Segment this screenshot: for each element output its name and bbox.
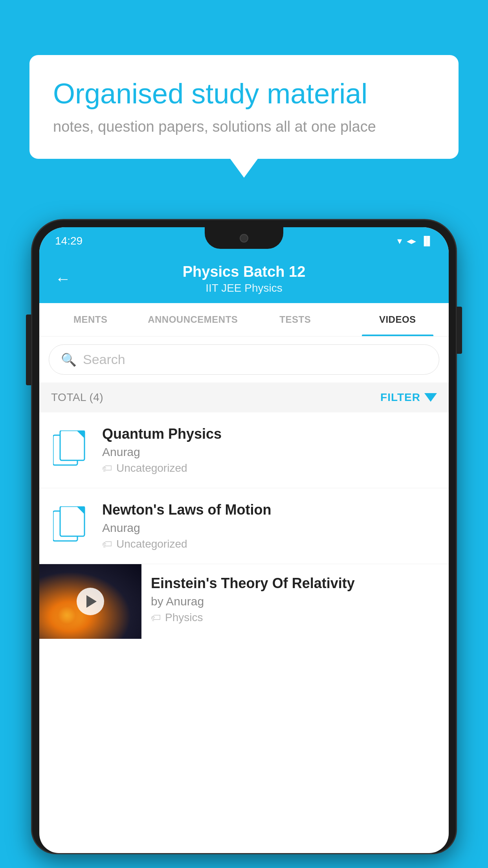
camera-dot (240, 234, 248, 243)
speech-bubble: Organised study material notes, question… (29, 55, 459, 159)
filter-icon (424, 393, 437, 402)
item-icon-container (51, 430, 90, 470)
phone-container: 14:29 ▾ ◂▸ ▐▌ ← Physics Batch 12 IIT JEE… (32, 220, 456, 868)
item-title: Quantum Physics (102, 426, 437, 442)
play-icon (86, 595, 97, 608)
item-author: Anurag (102, 445, 437, 459)
tab-ments[interactable]: MENTS (39, 303, 142, 336)
header-title: Physics Batch 12 (79, 263, 409, 280)
item-tag: 🏷 Uncategorized (102, 462, 437, 474)
video-thumbnail (39, 564, 141, 639)
back-button[interactable]: ← (55, 270, 71, 288)
phone-outer: 14:29 ▾ ◂▸ ▐▌ ← Physics Batch 12 IIT JEE… (32, 220, 456, 853)
wifi-icon: ▾ (397, 235, 402, 246)
filter-button[interactable]: FILTER (380, 391, 437, 404)
list-item[interactable]: Einstein's Theory Of Relativity by Anura… (39, 564, 449, 639)
list-item[interactable]: Newton's Laws of Motion Anurag 🏷 Uncateg… (39, 488, 449, 564)
search-icon: 🔍 (61, 352, 77, 367)
app-header: ← Physics Batch 12 IIT JEE Physics (39, 255, 449, 303)
header-subtitle: IIT JEE Physics (79, 282, 409, 294)
item-tag: 🏷 Uncategorized (102, 538, 437, 550)
tag-icon: 🏷 (151, 612, 161, 624)
tag-icon: 🏷 (102, 538, 112, 550)
svg-rect-2 (60, 430, 84, 460)
bubble-subtitle: notes, question papers, solutions all at… (53, 118, 435, 135)
filter-label: FILTER (380, 391, 420, 404)
tag-icon: 🏷 (102, 462, 112, 474)
signal-icon: ◂▸ (407, 235, 416, 246)
tab-announcements[interactable]: ANNOUNCEMENTS (142, 303, 244, 336)
svg-rect-6 (60, 506, 84, 536)
item-title: Newton's Laws of Motion (102, 502, 437, 518)
total-count: TOTAL (4) (51, 391, 103, 404)
search-bar[interactable]: 🔍 Search (49, 344, 439, 375)
list-item[interactable]: Quantum Physics Anurag 🏷 Uncategorized (39, 412, 449, 488)
phone-inner: 14:29 ▾ ◂▸ ▐▌ ← Physics Batch 12 IIT JEE… (39, 227, 449, 853)
tabs-container: MENTS ANNOUNCEMENTS TESTS VIDEOS (39, 303, 449, 337)
search-container: 🔍 Search (39, 337, 449, 383)
item-info: Einstein's Theory Of Relativity by Anura… (141, 564, 449, 635)
play-button[interactable] (77, 588, 104, 615)
status-bar: 14:29 ▾ ◂▸ ▐▌ (39, 227, 449, 255)
item-title: Einstein's Theory Of Relativity (151, 575, 439, 592)
search-input[interactable]: Search (83, 352, 125, 367)
bubble-title: Organised study material (53, 77, 435, 110)
tab-videos[interactable]: VIDEOS (347, 303, 449, 336)
filter-bar: TOTAL (4) FILTER (39, 383, 449, 412)
battery-icon: ▐▌ (421, 236, 433, 246)
item-icon-container (51, 506, 90, 546)
item-info: Newton's Laws of Motion Anurag 🏷 Uncateg… (102, 502, 437, 550)
status-icons: ▾ ◂▸ ▐▌ (397, 235, 433, 246)
tab-tests[interactable]: TESTS (244, 303, 347, 336)
status-time: 14:29 (55, 235, 83, 247)
folder-icon (53, 506, 88, 546)
notch (205, 227, 283, 249)
speech-bubble-container: Organised study material notes, question… (29, 55, 459, 159)
item-info: Quantum Physics Anurag 🏷 Uncategorized (102, 426, 437, 474)
item-tag: 🏷 Physics (151, 611, 439, 624)
item-author: by Anurag (151, 595, 439, 608)
item-author: Anurag (102, 521, 437, 535)
folder-icon (53, 430, 88, 470)
video-list: Quantum Physics Anurag 🏷 Uncategorized (39, 412, 449, 639)
header-title-block: Physics Batch 12 IIT JEE Physics (79, 263, 409, 294)
